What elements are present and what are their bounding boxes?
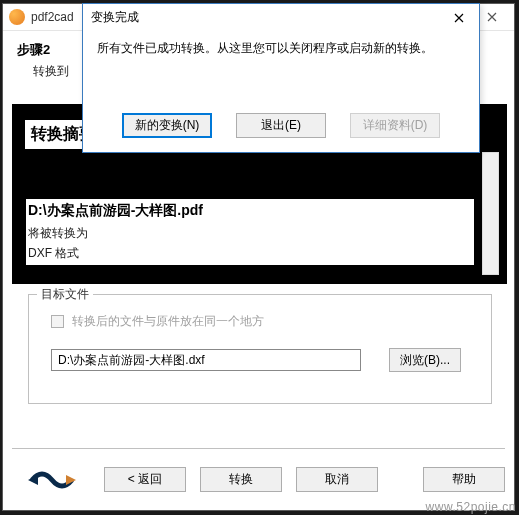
dialog-button-row: 新的变换(N) 退出(E) 详细资料(D) bbox=[83, 113, 479, 138]
convert-to-label: 将被转换为 bbox=[28, 225, 472, 242]
watermark-text: www.52pojie.cn bbox=[426, 500, 516, 514]
details-button[interactable]: 详细资料(D) bbox=[350, 113, 440, 138]
app-logo bbox=[28, 466, 76, 494]
main-title: pdf2cad bbox=[31, 10, 74, 24]
browse-button[interactable]: 浏览(B)... bbox=[389, 348, 461, 372]
back-button[interactable]: < 返回 bbox=[104, 467, 186, 492]
completion-dialog: 变换完成 所有文件已成功转换。从这里您可以关闭程序或启动新的转换。 新的变换(N… bbox=[82, 3, 480, 153]
dialog-close-button[interactable] bbox=[439, 5, 479, 30]
close-icon bbox=[487, 12, 497, 22]
vertical-scrollbar[interactable] bbox=[482, 152, 499, 275]
convert-button[interactable]: 转换 bbox=[200, 467, 282, 492]
same-folder-checkbox[interactable] bbox=[51, 315, 64, 328]
help-button[interactable]: 帮助 bbox=[423, 467, 505, 492]
target-file-group: 目标文件 转换后的文件与原件放在同一个地方 浏览(B)... bbox=[28, 294, 492, 404]
file-info: D:\办案点前游园-大样图.pdf 将被转换为 DXF 格式 bbox=[26, 199, 474, 265]
dialog-title: 变换完成 bbox=[91, 9, 139, 26]
dialog-message: 所有文件已成功转换。从这里您可以关闭程序或启动新的转换。 bbox=[83, 31, 479, 65]
target-file-legend: 目标文件 bbox=[37, 286, 93, 303]
cancel-button[interactable]: 取消 bbox=[296, 467, 378, 492]
output-path-input[interactable] bbox=[51, 349, 361, 371]
source-file-path: D:\办案点前游园-大样图.pdf bbox=[28, 202, 472, 220]
same-folder-label: 转换后的文件与原件放在同一个地方 bbox=[72, 313, 264, 330]
exit-button[interactable]: 退出(E) bbox=[236, 113, 326, 138]
close-icon bbox=[454, 13, 464, 23]
output-format-label: DXF 格式 bbox=[28, 245, 472, 262]
footer-bar: < 返回 转换 取消 帮助 bbox=[12, 448, 505, 498]
app-icon bbox=[9, 9, 25, 25]
new-conversion-button[interactable]: 新的变换(N) bbox=[122, 113, 212, 138]
dialog-titlebar: 变换完成 bbox=[83, 4, 479, 31]
